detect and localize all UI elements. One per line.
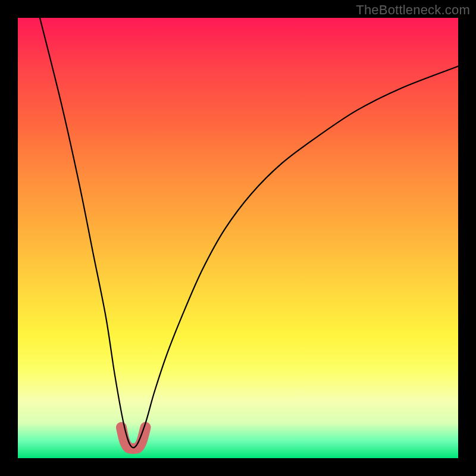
curve-svg: [18, 18, 458, 458]
chart-frame: TheBottleneck.com: [0, 0, 476, 476]
watermark-text: TheBottleneck.com: [356, 2, 470, 18]
plot-area: [18, 18, 458, 458]
bottleneck-curve: [40, 18, 458, 447]
